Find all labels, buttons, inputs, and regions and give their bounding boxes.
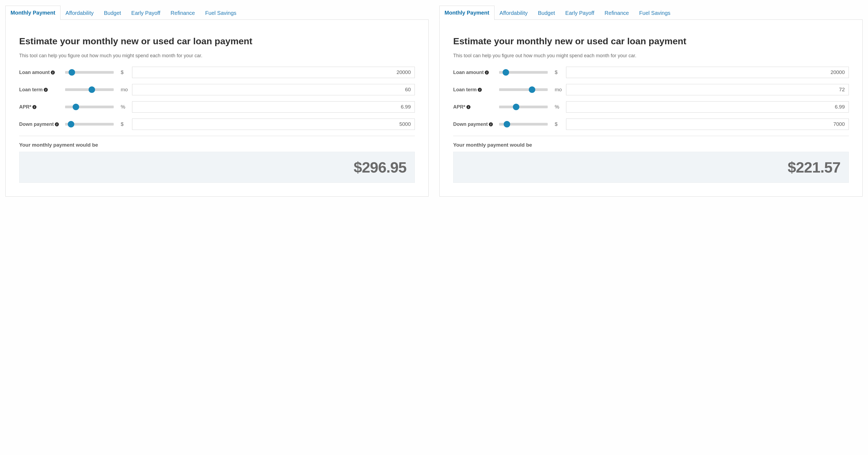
- result-value: $296.95: [28, 159, 406, 176]
- unit-label: mo: [555, 87, 566, 93]
- tab-refinance[interactable]: Refinance: [599, 6, 634, 20]
- value-input[interactable]: [566, 119, 849, 130]
- input-label-text: Loan amount: [19, 70, 50, 75]
- calculator-panel: Monthly PaymentAffordabilityBudgetEarly …: [439, 5, 863, 197]
- input-row: APR*i%: [19, 101, 415, 112]
- tab-budget[interactable]: Budget: [99, 6, 126, 20]
- slider-thumb[interactable]: [69, 69, 75, 75]
- input-label-text: Loan term: [19, 87, 43, 93]
- input-label: APR*i: [19, 104, 65, 110]
- info-icon[interactable]: i: [466, 105, 470, 109]
- tab-early-payoff[interactable]: Early Payoff: [560, 6, 599, 20]
- info-icon[interactable]: i: [485, 70, 489, 74]
- result-label: Your monthly payment would be: [453, 142, 849, 148]
- unit-label: $: [555, 121, 566, 127]
- tabs: Monthly PaymentAffordabilityBudgetEarly …: [439, 5, 863, 20]
- unit-label: mo: [121, 87, 132, 93]
- unit-label: $: [121, 121, 132, 127]
- result-value: $221.57: [462, 159, 840, 176]
- calculator-panel: Monthly PaymentAffordabilityBudgetEarly …: [5, 5, 429, 197]
- tab-early-payoff[interactable]: Early Payoff: [126, 6, 165, 20]
- input-row: Down paymenti$: [19, 119, 415, 130]
- tab-refinance[interactable]: Refinance: [165, 6, 200, 20]
- result-box: $296.95: [19, 152, 415, 183]
- tab-affordability[interactable]: Affordability: [61, 6, 99, 20]
- input-row: Down paymenti$: [453, 119, 849, 130]
- tab-budget[interactable]: Budget: [533, 6, 560, 20]
- unit-label: %: [555, 104, 566, 110]
- input-label: APR*i: [453, 104, 499, 110]
- input-label: Down paymenti: [453, 122, 499, 127]
- page-title: Estimate your monthly new or used car lo…: [19, 36, 415, 46]
- value-input[interactable]: [132, 101, 415, 112]
- divider: [19, 136, 415, 136]
- input-label: Loan amounti: [19, 70, 65, 75]
- value-input[interactable]: [566, 67, 849, 78]
- tab-affordability[interactable]: Affordability: [495, 6, 533, 20]
- input-label: Loan termi: [453, 87, 499, 93]
- input-row: APR*i%: [453, 101, 849, 112]
- input-label-text: Down payment: [453, 122, 488, 127]
- input-label: Loan termi: [19, 87, 65, 93]
- info-icon[interactable]: i: [51, 70, 55, 74]
- slider-track[interactable]: [65, 123, 114, 126]
- slider-thumb[interactable]: [529, 87, 535, 93]
- slider-thumb[interactable]: [504, 121, 510, 127]
- input-label-text: Down payment: [19, 122, 54, 127]
- info-icon[interactable]: i: [32, 105, 36, 109]
- page-subtitle: This tool can help you figure out how mu…: [19, 53, 415, 59]
- input-label-text: APR*: [453, 104, 465, 110]
- tab-monthly-payment[interactable]: Monthly Payment: [439, 6, 495, 20]
- slider-track[interactable]: [499, 105, 548, 108]
- slider-thumb[interactable]: [73, 104, 79, 110]
- page-title: Estimate your monthly new or used car lo…: [453, 36, 849, 46]
- info-icon[interactable]: i: [489, 122, 493, 126]
- input-row: Loan amounti$: [19, 67, 415, 78]
- divider: [453, 136, 849, 136]
- value-input[interactable]: [132, 119, 415, 130]
- tabs: Monthly PaymentAffordabilityBudgetEarly …: [5, 5, 429, 20]
- calculator-card: Estimate your monthly new or used car lo…: [5, 20, 429, 197]
- unit-label: $: [121, 69, 132, 75]
- input-label-text: APR*: [19, 104, 31, 110]
- tab-fuel-savings[interactable]: Fuel Savings: [634, 6, 676, 20]
- calculator-card: Estimate your monthly new or used car lo…: [439, 20, 863, 197]
- slider-track[interactable]: [65, 88, 114, 91]
- value-input[interactable]: [132, 67, 415, 78]
- slider-track[interactable]: [499, 71, 548, 74]
- input-label-text: Loan amount: [453, 70, 484, 75]
- info-icon[interactable]: i: [44, 88, 48, 92]
- unit-label: $: [555, 69, 566, 75]
- slider-thumb[interactable]: [503, 69, 509, 75]
- value-input[interactable]: [566, 84, 849, 95]
- input-row: Loan termimo: [453, 84, 849, 95]
- slider-track[interactable]: [499, 88, 548, 91]
- slider-thumb[interactable]: [89, 87, 95, 93]
- slider-thumb[interactable]: [68, 121, 74, 127]
- result-box: $221.57: [453, 152, 849, 183]
- input-row: Loan amounti$: [453, 67, 849, 78]
- input-row: Loan termimo: [19, 84, 415, 95]
- slider-thumb[interactable]: [513, 104, 519, 110]
- page-subtitle: This tool can help you figure out how mu…: [453, 53, 849, 59]
- result-label: Your monthly payment would be: [19, 142, 415, 148]
- tab-fuel-savings[interactable]: Fuel Savings: [200, 6, 242, 20]
- input-label: Down paymenti: [19, 122, 65, 127]
- unit-label: %: [121, 104, 132, 110]
- slider-track[interactable]: [499, 123, 548, 126]
- value-input[interactable]: [132, 84, 415, 95]
- tab-monthly-payment[interactable]: Monthly Payment: [5, 6, 61, 20]
- input-label: Loan amounti: [453, 70, 499, 75]
- slider-track[interactable]: [65, 105, 114, 108]
- value-input[interactable]: [566, 101, 849, 112]
- input-label-text: Loan term: [453, 87, 477, 93]
- info-icon[interactable]: i: [478, 88, 482, 92]
- slider-track[interactable]: [65, 71, 114, 74]
- info-icon[interactable]: i: [55, 122, 59, 126]
